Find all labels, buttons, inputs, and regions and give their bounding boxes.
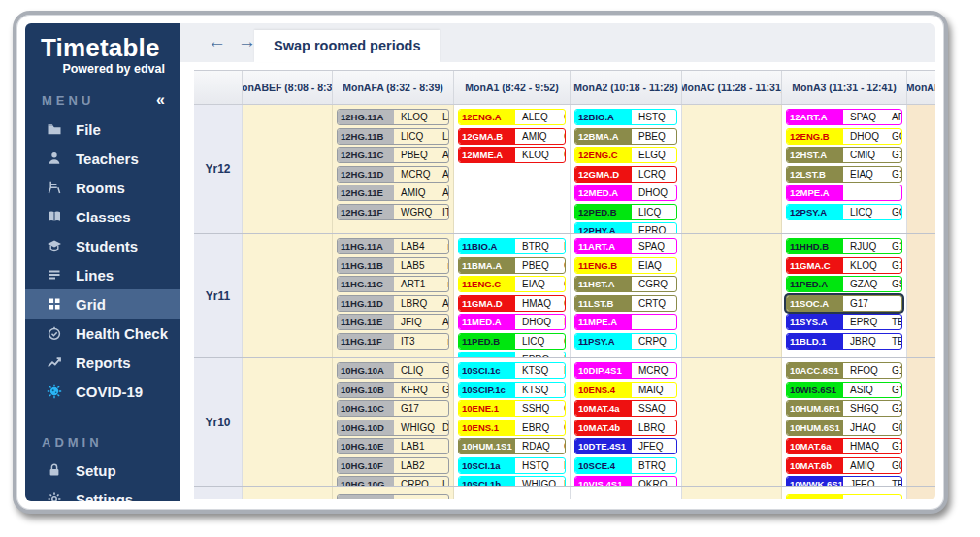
class-chip-12BMA.A[interactable]: 12BMA.APBEQG21 [574,128,677,145]
class-chip-10SCI.1b[interactable]: 10SCI.1bWHIGQLAB1 [458,476,566,486]
class-chip-10ACC.6S1[interactable]: 10ACC.6S1RFOQG18 [786,362,902,379]
sidebar-item-classes[interactable]: Classes [25,202,180,231]
class-chip-12PSY.A[interactable]: 12PSY.ALICQGC05 [786,204,902,220]
class-chip-10ENS.4[interactable]: 10ENS.4MAIQG22 [574,382,677,398]
class-chip-10WIS.6S1[interactable]: 10WIS.6S1ASIQGYM1 [786,382,902,398]
class-chip-12HG.11C[interactable]: 12HG.11CPBEQART1R [337,147,449,163]
class-chip-10HUM.6R1[interactable]: 10HUM.6R1SHGQG24 [786,400,902,417]
sidebar-item-covid-19[interactable]: COVID-19 [25,377,180,406]
class-chip-11HHD.B[interactable]: 11HHD.BRJUQG19 [786,238,902,254]
class-chip-12HG.11E[interactable]: 12HG.11EAMIQART3R [337,185,449,201]
class-chip-10SCE.4[interactable]: 10SCE.4BTRQLAB3 [574,457,677,474]
class-chip-10HG.10G[interactable]: 10HG.10GCRPQLAB3 [337,476,449,486]
chip-room-code: ART3 [442,187,449,198]
class-chip-12HST.A[interactable]: 12HST.ACMIQG16 [786,147,902,163]
class-chip-10HG.10A[interactable]: 10HG.10ACLIQG19 [337,362,449,379]
class-chip-11ART.A[interactable]: 11ART.ASPAQART1 [574,238,677,254]
class-chip-11HG.11C[interactable]: 11HG.11CART1R [337,276,449,292]
class-chip-11HG.11B[interactable]: 11HG.11BLAB5R [337,257,449,274]
class-chip-12GMA.B[interactable]: 12GMA.BAMIQG01 [458,128,566,145]
class-chip-10SCI.1a[interactable]: 10SCI.1aHSTQLAB3 [458,457,566,474]
class-chip-10HG.10B[interactable]: 10HG.10BKFRQG18 [337,382,449,398]
class-chip-10SCI.1c[interactable]: 10SCI.1cKTSQLAB4 [458,362,566,379]
chip-room-code: ART1 [442,150,449,160]
class-chip-12HG.11A[interactable]: 12HG.11AKLOQLAB4R [337,109,449,125]
class-chip-10ENS.1[interactable]: 10ENS.1EBRQGC06 [458,420,566,436]
back-arrow-icon[interactable]: ← [208,32,226,50]
sidebar-item-label: Students [76,238,138,254]
class-chip-12ENG.B[interactable]: 12ENG.BDHOQGC03 [786,128,902,145]
chip-room-code: G16 [892,150,902,160]
class-chip-12LST.B[interactable]: 12LST.BEIAQG12 [786,166,902,183]
sidebar-item-health-check[interactable]: Health Check [25,319,180,348]
class-chip-12MED.A[interactable]: 12MED.ADHOQIT3 [574,185,677,201]
class-chip-12BIO.A[interactable]: 12BIO.AHSTQLAB2 [574,109,677,125]
sidebar-item-rooms[interactable]: Rooms [25,173,180,202]
class-chip-11HST.A[interactable]: 11HST.ACGRQGC03 [574,276,677,292]
class-chip-10VIS.4S1[interactable]: 10VIS.4S1OKRQART3 [574,476,677,486]
class-chip-11SYS.A[interactable]: 11SYS.AEPRQTEC3 [786,314,902,330]
class-chip-10DTE.4S1[interactable]: 10DTE.4S1JFEQTEC2 [574,438,677,454]
class-chip-11SOC.A[interactable]: 11SOC.AG17 [786,295,902,312]
sidebar-item-teachers[interactable]: Teachers [25,144,180,173]
sidebar-item-setup[interactable]: Setup [25,455,180,485]
row-label-text: Yr12 [205,162,230,176]
class-chip-12HG.11D[interactable]: 12HG.11DMCRQART2R [337,166,449,183]
sidebar-item-students[interactable]: Students [25,231,180,260]
class-chip-11BIO.A[interactable]: 11BIO.ABTRQLAB2 [458,238,566,254]
class-chip-10HG.10C[interactable]: 10HG.10CG17 [337,400,449,417]
class-chip-10ENE.1[interactable]: 10ENE.1SSHQG27 [458,400,566,417]
sidebar-item-reports[interactable]: Reports [25,348,180,377]
class-chip-10HG.10D[interactable]: 10HG.10DWHIGQDR1 [337,420,449,436]
sidebar-item-grid[interactable]: Grid [25,289,180,319]
class-chip-partial[interactable] [337,494,449,499]
class-chip-11HG.11E[interactable]: 11HG.11EJFIQART3R [337,314,449,330]
sidebar-item-lines[interactable]: Lines [25,260,180,289]
class-chip-11ENG.C[interactable]: 11ENG.CEIAQG12 [458,276,566,292]
class-chip-partial[interactable] [786,494,902,499]
class-chip-12PHY.A[interactable]: 12PHY.AEPRQLAB1 [574,222,677,233]
class-chip-12MME.A[interactable]: 12MME.AKLOQG15 [458,147,566,163]
class-chip-10HG.10F[interactable]: 10HG.10FLAB2 [337,457,449,474]
sidebar-item-settings[interactable]: Settings [25,485,180,501]
class-chip-10SCIP.1c[interactable]: 10SCIP.1cKTSQLAB4 [458,382,566,398]
class-chip-11ENG.B[interactable]: 11ENG.BEIAQG12 [574,257,677,274]
class-chip-11HG.11A[interactable]: 11HG.11ALAB4R [337,238,449,254]
class-chip-11PED.B[interactable]: 11PED.BLICQGC05 [458,333,566,350]
class-chip-11PSY.A[interactable]: 11PSY.ACRPQG07 [574,333,677,350]
class-chip-12HG.11F[interactable]: 12HG.11FWGRQIT3R [337,204,449,220]
forward-arrow-icon[interactable]: → [238,32,256,50]
class-chip-11HG.11F[interactable]: 11HG.11FIT3R [337,333,449,350]
class-chip-12ENG.A[interactable]: 12ENG.AALEQG02 [458,109,566,125]
class-chip-10WWK.6S1[interactable]: 10WWK.6S1JFEQTEC2 [786,476,902,486]
class-chip-11PHY.A[interactable]: 11PHY.AEPRQLAB5 [458,352,566,357]
class-chip-11MPE.A[interactable]: 11MPE.A [574,314,677,330]
class-chip-11GMA.D[interactable]: 11GMA.DHMAQG10 [458,295,566,312]
class-chip-12ENG.C[interactable]: 12ENG.CELGQG09 [574,147,677,163]
sidebar-item-file[interactable]: File [25,115,180,144]
grid-cell-MonABEF [243,234,333,357]
class-chip-12ART.A[interactable]: 12ART.ASPAQART1 [786,109,902,125]
class-chip-11BMA.A[interactable]: 11BMA.APBEQG21 [458,257,566,274]
class-chip-12HG.11B[interactable]: 12HG.11BLICQLAB5R [337,128,449,145]
class-chip-11LST.B[interactable]: 11LST.BCRTQG03 [574,295,677,312]
tab-swap-roomed-periods[interactable]: Swap roomed periods [254,30,440,62]
class-chip-10MAT.4a[interactable]: 10MAT.4aSSAQG26 [574,400,677,417]
class-chip-10HG.10E[interactable]: 10HG.10ELAB1 [337,438,449,454]
class-chip-10MAT.6b[interactable]: 10MAT.6bAMIQG02 [786,457,902,474]
class-chip-10HUM.1S1[interactable]: 10HUM.1S1RDAQG08 [458,438,566,454]
main-panel: ← → Swap roomed periods MonABEF (8:08 - … [180,23,935,501]
class-chip-11PED.A[interactable]: 11PED.AGZAQGS [786,276,902,292]
class-chip-11HG.11D[interactable]: 11HG.11DLBRQART2R [337,295,449,312]
class-chip-11MED.A[interactable]: 11MED.ADHOQIT3 [458,314,566,330]
class-chip-10HUM.6S1[interactable]: 10HUM.6S1JHAQG01 [786,420,902,436]
class-chip-10MAT.6a[interactable]: 10MAT.6aHMAQG10 [786,438,902,454]
class-chip-11GMA.C[interactable]: 11GMA.CKLOQG15 [786,257,902,274]
sidebar-collapse-icon[interactable]: « [156,91,165,109]
class-chip-12PED.B[interactable]: 12PED.BLICQGC05 [574,204,677,220]
class-chip-10DIP.4S1[interactable]: 10DIP.4S1MCRQDIG [574,362,677,379]
class-chip-12MPE.A[interactable]: 12MPE.A [786,185,902,201]
class-chip-10MAT.4b[interactable]: 10MAT.4bLBRQG13 [574,420,677,436]
class-chip-11BLD.1[interactable]: 11BLD.1JBRQTEC1 [786,333,902,350]
class-chip-12GMA.D[interactable]: 12GMA.DLCRQG20 [574,166,677,183]
